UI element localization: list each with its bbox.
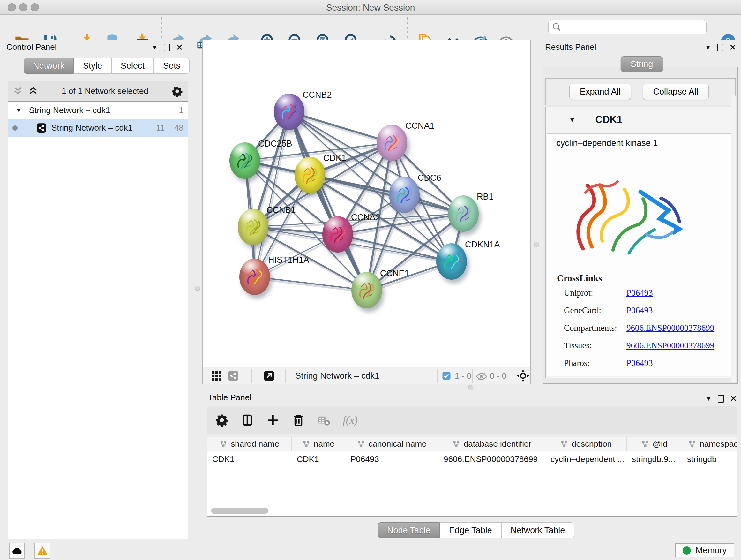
panel-close-icon[interactable]: ✕ bbox=[730, 393, 737, 404]
crosslink-link[interactable]: P06493 bbox=[626, 358, 653, 368]
warnings-button[interactable] bbox=[35, 543, 51, 559]
table-panel-title: Table Panel bbox=[208, 393, 252, 402]
table-panel: Table Panel ▼ ✕ f(x) shared namenamecano… bbox=[192, 390, 741, 539]
network-node-CCNA1[interactable] bbox=[377, 125, 407, 161]
edge-layer bbox=[203, 40, 530, 367]
network-collection-row[interactable]: ▼ String Network – cdk1 1 bbox=[8, 102, 188, 119]
table-cell[interactable]: stringdb:9... bbox=[627, 451, 682, 467]
crosslinks-section: CrossLinks Uniprot:P06493GeneCard:P06493… bbox=[557, 273, 714, 376]
table-cell[interactable]: stringdb bbox=[682, 451, 737, 467]
table-cell[interactable]: 9606.ENSP00000378699 bbox=[439, 451, 545, 467]
horizontal-splitter-handle[interactable] bbox=[468, 385, 473, 390]
tab-edge-table[interactable]: Edge Table bbox=[440, 522, 501, 538]
crosslink-link[interactable]: 9606.ENSP00000378699 bbox=[626, 341, 714, 351]
toolbar-separator bbox=[437, 369, 437, 383]
network-node-CCNB2[interactable] bbox=[274, 94, 305, 130]
network-node-CCNE1[interactable] bbox=[351, 272, 382, 308]
show-columns-icon[interactable] bbox=[241, 414, 254, 427]
protein-thumbnail bbox=[242, 215, 264, 240]
selected-node-edge-counts: 1 - 0 bbox=[455, 371, 471, 381]
grid-view-icon[interactable] bbox=[211, 370, 222, 381]
tab-string[interactable]: String bbox=[621, 56, 663, 72]
panel-close-icon[interactable]: ✕ bbox=[729, 42, 737, 53]
status-bar: Memory bbox=[0, 539, 741, 560]
column-header-label: @id bbox=[653, 439, 668, 449]
network-canvas[interactable]: CCNB2 CCNA1 CDC25B CDK1 CDC6 RB1 CCNB1 C… bbox=[203, 40, 530, 367]
table-panel-window-buttons: ▼ ✕ bbox=[705, 393, 737, 404]
table-options-gear-icon[interactable] bbox=[215, 414, 228, 427]
expand-all-button[interactable]: Expand All bbox=[569, 84, 631, 100]
cloud-icon bbox=[11, 545, 23, 557]
panel-float-icon[interactable] bbox=[164, 44, 170, 51]
hidden-indicator-icon[interactable] bbox=[476, 371, 487, 382]
crosslink-label: Pharos: bbox=[564, 358, 626, 368]
table-horizontal-scrollbar[interactable] bbox=[211, 508, 268, 514]
tab-node-table[interactable]: Node Table bbox=[378, 522, 440, 538]
panel-menu-icon[interactable]: ▼ bbox=[705, 395, 712, 402]
delete-column-icon[interactable] bbox=[292, 414, 305, 427]
tab-network-table[interactable]: Network Table bbox=[501, 522, 575, 538]
table-cell[interactable]: cyclin–dependent ... bbox=[545, 451, 627, 467]
crosslink-link[interactable]: 9606.ENSP00000378699 bbox=[626, 323, 714, 333]
crosslink-label: Tissues: bbox=[564, 341, 626, 351]
table-cell[interactable]: CDK1 bbox=[207, 451, 292, 467]
memory-button[interactable]: Memory bbox=[675, 543, 734, 557]
table-cell[interactable]: CDK1 bbox=[292, 451, 345, 467]
network-node-RB1[interactable] bbox=[448, 195, 479, 232]
function-builder-icon: f(x) bbox=[343, 414, 358, 426]
selected-indicator-checkbox[interactable] bbox=[442, 371, 451, 381]
left-splitter-handle[interactable] bbox=[195, 286, 200, 291]
birds-eye-view-icon[interactable] bbox=[517, 369, 529, 382]
tab-select[interactable]: Select bbox=[111, 58, 154, 74]
network-view-type-icon[interactable] bbox=[227, 370, 239, 381]
network-node-CCNA2[interactable] bbox=[322, 216, 353, 253]
collapse-all-networks-icon[interactable] bbox=[12, 86, 23, 97]
panel-float-icon[interactable] bbox=[717, 44, 724, 51]
detach-view-icon[interactable] bbox=[263, 370, 275, 381]
crosslink-link[interactable]: P06493 bbox=[626, 306, 653, 315]
gene-section-header[interactable]: ▼ CDK1 bbox=[546, 107, 735, 132]
network-node-HIST1H1A[interactable] bbox=[239, 259, 270, 295]
tab-style[interactable]: Style bbox=[74, 58, 111, 74]
column-header-shared-name[interactable]: shared name bbox=[207, 437, 292, 451]
column-header-@id[interactable]: @id bbox=[627, 437, 682, 451]
tab-network[interactable]: Network bbox=[23, 58, 74, 74]
network-node-CCNB1[interactable] bbox=[238, 209, 268, 245]
network-node-CDC25B[interactable] bbox=[229, 142, 260, 179]
network-options-gear-icon[interactable] bbox=[172, 85, 183, 97]
control-panel-window-buttons: ▼ ✕ bbox=[151, 42, 183, 53]
add-column-icon[interactable] bbox=[266, 414, 280, 427]
right-splitter-handle[interactable] bbox=[534, 242, 539, 247]
search-icon bbox=[552, 22, 561, 32]
panel-float-icon[interactable] bbox=[718, 395, 724, 402]
network-node-CDKN1A[interactable] bbox=[436, 243, 467, 280]
column-header-canonical-name[interactable]: canonical name bbox=[345, 437, 439, 451]
hidden-node-edge-counts: 0 - 0 bbox=[490, 371, 507, 381]
toolbar-separator bbox=[372, 17, 373, 38]
panel-menu-icon[interactable]: ▼ bbox=[151, 44, 158, 51]
panel-menu-icon[interactable]: ▼ bbox=[705, 44, 711, 51]
column-header-label: name bbox=[314, 439, 334, 449]
table-cell[interactable]: P06493 bbox=[345, 451, 439, 467]
section-expander-icon[interactable]: ▼ bbox=[569, 116, 576, 124]
network-row[interactable]: String Network – cdk1 11 48 bbox=[8, 119, 188, 137]
node-label-CCNA1: CCNA1 bbox=[405, 121, 434, 131]
protein-thumbnail bbox=[244, 265, 266, 290]
table-row[interactable]: CDK1CDK1P064939606.ENSP00000378699cyclin… bbox=[207, 451, 737, 467]
crosslink-link[interactable]: P06493 bbox=[626, 288, 653, 298]
expand-all-networks-icon[interactable] bbox=[28, 86, 39, 97]
tab-sets[interactable]: Sets bbox=[154, 58, 190, 74]
column-header-namespace[interactable]: namespace bbox=[682, 437, 737, 451]
column-header-label: namespace bbox=[699, 439, 737, 449]
results-scrollbar[interactable] bbox=[731, 95, 736, 382]
network-node-CDC6[interactable] bbox=[389, 177, 420, 213]
search-input[interactable] bbox=[561, 21, 706, 33]
column-header-name[interactable]: name bbox=[292, 437, 345, 451]
column-header-description[interactable]: description bbox=[545, 437, 627, 451]
panel-close-icon[interactable]: ✕ bbox=[176, 42, 183, 53]
collapse-all-button[interactable]: Collapse All bbox=[643, 84, 709, 100]
column-header-database-identifier[interactable]: database identifier bbox=[439, 437, 545, 451]
tree-expander-icon[interactable]: ▼ bbox=[16, 107, 22, 114]
cloud-status-button[interactable] bbox=[9, 543, 25, 559]
network-node-CDK1[interactable] bbox=[294, 157, 325, 193]
